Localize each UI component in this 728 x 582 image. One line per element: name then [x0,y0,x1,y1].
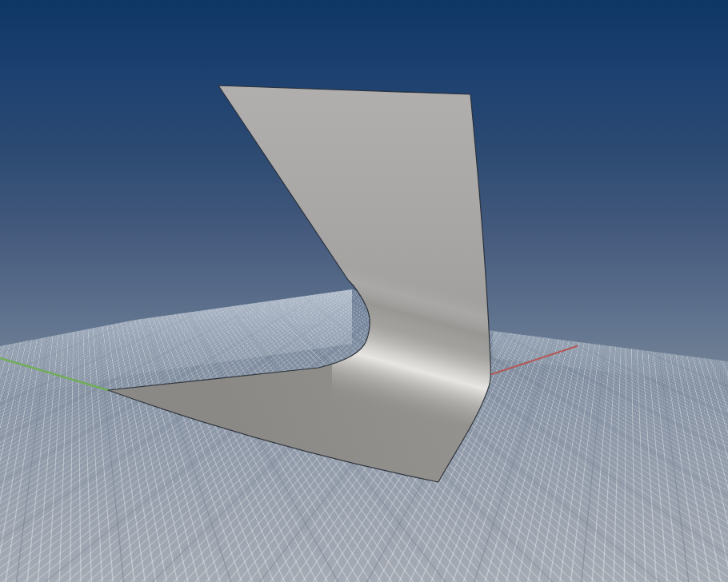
3d-viewport[interactable] [0,0,728,582]
scene-overlay [0,0,728,582]
horizon-glow-right [493,331,728,387]
sheet-bend-highlight [332,260,500,424]
bent-sheet-object[interactable] [108,86,500,482]
